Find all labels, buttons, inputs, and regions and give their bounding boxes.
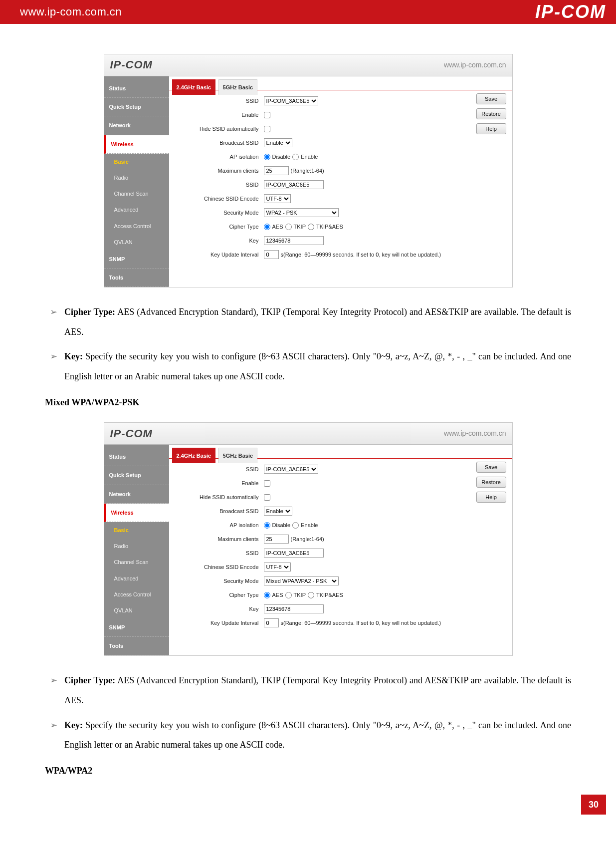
restore-button[interactable]: Restore [476,477,506,488]
page-number: 30 [581,795,606,815]
broadcast-select[interactable]: Enable [264,507,292,516]
nav-basic[interactable]: Basic [104,522,169,538]
side-buttons: Save Restore Help [476,462,506,503]
key-input[interactable] [264,236,324,245]
interval-input[interactable] [264,618,279,627]
maxclients-input[interactable] [264,535,289,544]
nav-wireless[interactable]: Wireless [104,135,169,154]
key-input[interactable] [264,604,324,613]
chevron-icon: ➢ [50,302,57,342]
apiso-disable-radio[interactable] [264,154,270,160]
save-button[interactable]: Save [476,93,506,104]
nav-advanced[interactable]: Advanced [104,202,169,218]
cipher-both-text: TKIP&AES [316,589,343,601]
page-footer: 30 [0,795,616,825]
apiso-label: AP isolation [169,151,264,163]
nav-radio[interactable]: Radio [104,538,169,554]
tab-24ghz[interactable]: 2.4GHz Basic [172,448,216,463]
nav-tools[interactable]: Tools [104,269,169,287]
cipher-body: AES (Advanced Encryption Standard), TKIP… [64,307,571,337]
save-button[interactable]: Save [476,462,506,473]
key-label: Key [169,235,264,247]
ssid2-input[interactable] [264,180,324,189]
bullet-cipher-type-2: ➢ Cipher Type: AES (Advanced Encryption … [50,671,571,710]
cipher-both-radio[interactable] [308,592,314,598]
cipher-tkip-radio[interactable] [285,224,292,230]
tab-5ghz[interactable]: 5GHz Basic [218,79,258,95]
apiso-enable-radio[interactable] [292,522,299,529]
nav-network[interactable]: Network [104,485,169,504]
nav-quicksetup[interactable]: Quick Setup [104,98,169,116]
cipher-aes-radio[interactable] [264,592,270,598]
nav-advanced[interactable]: Advanced [104,570,169,586]
maxclients-hint: (Rangle:1-64) [291,533,324,545]
ssid2-input[interactable] [264,549,324,558]
enable-label: Enable [169,109,264,121]
cipher-tkip-radio[interactable] [285,592,292,598]
router-topbar: IP-COM www.ip-com.com.cn [104,54,512,76]
page-header: www.ip-com.com.cn IP-COM [0,0,616,24]
ssid2-label: SSID [169,179,264,191]
cipher-tkip-text: TKIP [294,221,306,233]
cipher-tkip-text: TKIP [294,589,306,601]
security-select[interactable]: WPA2 - PSK [264,208,339,217]
broadcast-select[interactable]: Enable [264,138,292,147]
nav-network[interactable]: Network [104,116,169,135]
nav-qvlan[interactable]: QVLAN [104,602,169,618]
help-button[interactable]: Help [476,492,506,503]
nav-wireless[interactable]: Wireless [104,504,169,522]
help-button[interactable]: Help [476,123,506,134]
form-area: SSIDIP-COM_3AC6E5 Enable Hide SSID autom… [169,459,512,636]
router-screenshot-2: IP-COM www.ip-com.com.cn Status Quick Se… [104,422,513,656]
encode-select[interactable]: UTF-8 [264,194,291,203]
interval-input[interactable] [264,250,279,259]
bullet-cipher-type: ➢ Cipher Type: AES (Advanced Encryption … [50,302,571,342]
encode-label: Chinese SSID Encode [169,561,264,573]
nav-qvlan[interactable]: QVLAN [104,234,169,250]
hide-checkbox[interactable] [264,126,270,132]
key-lead: Key: [64,720,83,730]
maxclients-input[interactable] [264,166,289,175]
maxclients-label: Maximum clients [169,533,264,545]
router-nav: Status Quick Setup Network Wireless Basi… [104,445,169,655]
nav-status[interactable]: Status [104,448,169,466]
nav-tools[interactable]: Tools [104,637,169,655]
page-body: IP-COM www.ip-com.com.cn Status Quick Se… [0,24,616,795]
key-body: Specify the security key you wish to con… [64,351,571,381]
encode-select[interactable]: UTF-8 [264,563,291,571]
nav-basic[interactable]: Basic [104,154,169,170]
nav-channelscan[interactable]: Channel Scan [104,186,169,202]
ssid-select[interactable]: IP-COM_3AC6E5 [264,465,318,474]
header-logo: IP-COM [535,1,606,22]
apiso-enable-radio[interactable] [292,154,299,160]
hide-label: Hide SSID automatically [169,123,264,135]
router-nav: Status Quick Setup Network Wireless Basi… [104,76,169,287]
tab-24ghz[interactable]: 2.4GHz Basic [172,79,216,95]
apiso-disable-radio[interactable] [264,522,270,529]
nav-accesscontrol[interactable]: Access Control [104,586,169,602]
interval-hint: s(Range: 60—99999 seconds. If set to 0, … [281,617,441,629]
hide-checkbox[interactable] [264,494,270,501]
interval-label: Key Update Interval [169,249,264,261]
nav-channelscan[interactable]: Channel Scan [104,554,169,570]
enable-checkbox[interactable] [264,480,270,487]
tab-5ghz[interactable]: 5GHz Basic [218,448,258,463]
enable-checkbox[interactable] [264,112,270,118]
nav-quicksetup[interactable]: Quick Setup [104,466,169,485]
ssid-select[interactable]: IP-COM_3AC6E5 [264,96,318,105]
interval-label: Key Update Interval [169,617,264,629]
cipher-both-radio[interactable] [308,224,314,230]
router-screenshot-1: IP-COM www.ip-com.com.cn Status Quick Se… [104,54,513,287]
enable-label: Enable [169,477,264,489]
nav-accesscontrol[interactable]: Access Control [104,218,169,234]
nav-snmp[interactable]: SNMP [104,618,169,637]
tabstrip: 2.4GHz Basic 5GHz Basic [169,76,512,90]
nav-snmp[interactable]: SNMP [104,250,169,269]
broadcast-label: Broadcast SSID [169,137,264,149]
security-select[interactable]: Mixed WPA/WPA2 - PSK [264,576,339,585]
restore-button[interactable]: Restore [476,108,506,119]
nav-status[interactable]: Status [104,79,169,98]
cipher-aes-radio[interactable] [264,224,270,230]
bullet-key-2: ➢ Key: Specify the security key you wish… [50,716,571,755]
nav-radio[interactable]: Radio [104,170,169,186]
